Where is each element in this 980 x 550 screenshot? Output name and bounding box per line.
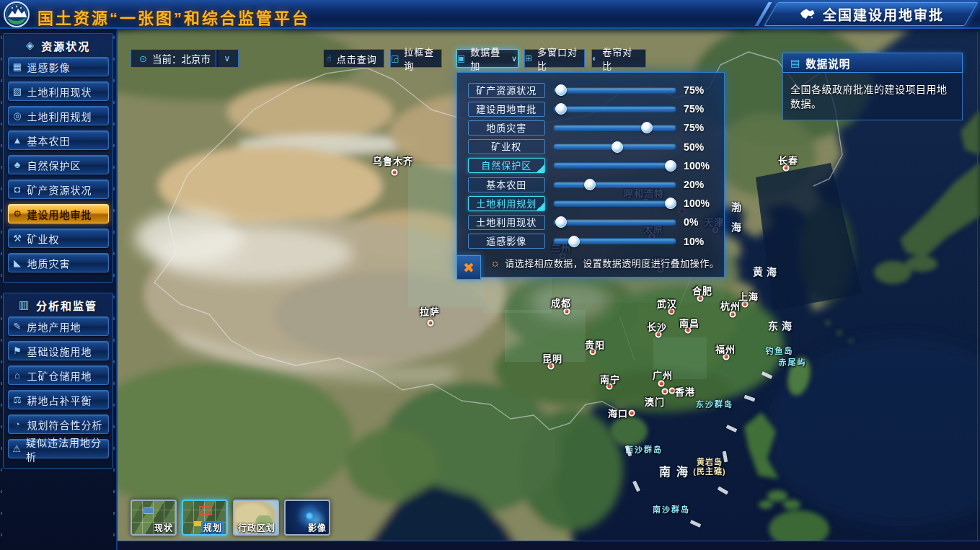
city-label: 拉萨 (420, 304, 440, 318)
sidebar-item[interactable]: ▲ 基本农田 (8, 130, 109, 150)
slider-thumb[interactable] (665, 198, 676, 209)
module-tab[interactable]: 全国建设用地审批 (771, 2, 971, 26)
slider-thumb[interactable] (612, 141, 623, 153)
opacity-slider[interactable] (553, 141, 676, 153)
sidebar-item[interactable]: ▦ 遥感影像 (8, 57, 109, 76)
sidebar-item[interactable]: ◔ 规划符合性分析 (8, 414, 109, 434)
sidebar-item-label: 规划符合性分析 (27, 417, 103, 432)
opacity-slider[interactable] (553, 84, 676, 96)
sidebar-item-label: 建设用地审批 (27, 207, 92, 221)
sidebar-item[interactable]: ◘ 矿产资源状况 (8, 179, 109, 199)
location-pin-icon: ⊙ (139, 53, 147, 64)
layer-toggle-button[interactable]: 矿业权 (468, 139, 545, 154)
sidebar-item[interactable]: ⚑ 基础设施用地 (8, 341, 109, 360)
city-label: 成都 (551, 296, 571, 309)
sea-label: 钓鱼岛 (766, 345, 794, 356)
sea-label: 东海 (768, 318, 795, 332)
sidebar-item[interactable]: ⚖ 耕地占补平衡 (8, 390, 109, 409)
city-marker-icon (730, 311, 736, 318)
slider-thumb[interactable] (555, 103, 567, 115)
sidebar: ◈ 资源状况 ▦ 遥感影像 ▧ 土地利用现状 ◎ 土地利用规划 ▲ (0, 29, 118, 550)
slider-thumb[interactable] (641, 122, 653, 133)
slider-track[interactable] (553, 200, 676, 207)
layer-toggle-button[interactable]: 土地利用现状 (468, 215, 545, 230)
sidebar-item-icon: ⚠ (9, 443, 27, 454)
basemap-thumbnail[interactable]: 规划 (182, 500, 228, 536)
slider-thumb[interactable] (555, 84, 567, 96)
opacity-slider[interactable] (553, 216, 676, 228)
toolbar-button[interactable]: ◐ 卷帘对比 (591, 49, 646, 68)
layer-toggle-button[interactable]: 基本农田 (468, 177, 545, 192)
layer-toggle-button[interactable]: 自然保护区 (468, 158, 545, 173)
dash-mark-icon (726, 425, 738, 433)
slider-thumb[interactable] (665, 160, 676, 172)
sidebar-item-icon: ⚒ (9, 233, 27, 244)
slider-track[interactable] (553, 219, 676, 226)
sidebar-item[interactable]: ▧ 土地利用现状 (8, 81, 109, 101)
opacity-slider[interactable] (553, 236, 676, 247)
city-marker-icon (658, 381, 665, 387)
slider-track[interactable] (553, 182, 676, 188)
sidebar-item-label: 基础设施用地 (27, 344, 92, 358)
slider-track[interactable] (553, 106, 676, 112)
toolbar-button-icon: ⊞ (525, 53, 533, 63)
dash-mark-icon (723, 451, 728, 463)
sidebar-item[interactable]: ◣ 地质灾害 (8, 253, 109, 272)
slider-track[interactable] (553, 162, 676, 169)
opacity-value: 75% (684, 122, 714, 133)
opacity-slider[interactable] (553, 103, 676, 115)
opacity-slider[interactable] (553, 122, 676, 133)
layer-row: 建设用地审批 75% (468, 99, 714, 118)
opacity-slider[interactable] (553, 179, 676, 190)
toolbar-button[interactable]: ◲ 拉框查询 (390, 49, 442, 68)
layer-toggle-button[interactable]: 土地利用规划 (468, 196, 545, 211)
basemap-thumbnail[interactable]: 影像 (284, 500, 330, 536)
region-selector[interactable]: ⊙ 当前：北京市 (131, 49, 219, 68)
city-label: 福州 (715, 342, 736, 355)
city-label: 贵阳 (585, 337, 605, 351)
slider-thumb[interactable] (555, 216, 567, 228)
layer-toggle-button[interactable]: 遥感影像 (468, 234, 545, 249)
sea-label: 渤海 (728, 202, 743, 242)
tip-text: 请选择相应数据，设置数据透明度进行叠加操作。 (505, 256, 719, 270)
sidebar-item[interactable]: ✎ 房地产用地 (8, 316, 109, 336)
sea-label: 南沙群岛 (653, 503, 690, 515)
layer-row: 自然保护区 100% (468, 156, 714, 175)
slider-thumb[interactable] (584, 179, 596, 190)
data-description-panel: ▤ 数据说明 全国各级政府批准的建设项目用地数据。 (782, 53, 963, 120)
sidebar-item-icon: ◘ (9, 184, 27, 195)
toolbar-button-label: 拉框查询 (404, 45, 437, 72)
toolbar-button[interactable]: ▣ 数据叠加 ∨ (456, 49, 518, 68)
opacity-slider[interactable] (553, 160, 676, 172)
layer-toggle-button[interactable]: 建设用地审批 (468, 102, 545, 117)
city-label: 南昌 (679, 316, 699, 329)
sidebar-item-icon: ▧ (9, 86, 27, 97)
opacity-slider[interactable] (553, 198, 676, 209)
city-label: 香港 (675, 384, 695, 398)
slider-track[interactable] (553, 125, 676, 131)
basemap-thumbnail[interactable]: 行政区划 (233, 500, 279, 536)
toolbar-button[interactable]: ⊞ 多窗口对比 (524, 49, 585, 68)
layer-toggle-button[interactable]: 矿产资源状况 (468, 83, 545, 98)
slider-track[interactable] (553, 87, 676, 94)
toolbar-button[interactable]: ☝ 点击查询 (323, 49, 384, 68)
region-dropdown-button[interactable]: ∨ (216, 49, 239, 68)
slider-thumb[interactable] (568, 236, 580, 247)
sidebar-item[interactable]: ⚒ 矿业权 (8, 229, 109, 248)
dash-mark-icon (690, 520, 702, 528)
sidebar-item[interactable]: ⌂ 工矿仓储用地 (8, 365, 109, 385)
sidebar-item[interactable]: ◎ 土地利用规划 (8, 106, 109, 125)
city-label: 杭州 (720, 298, 741, 312)
layer-toggle-button[interactable]: 地质灾害 (468, 120, 545, 136)
sidebar-item-label: 自然保护区 (27, 158, 81, 172)
sidebar-item[interactable]: ⚙ 建设用地审批 (8, 204, 109, 223)
sidebar-item-label: 土地利用现状 (27, 84, 92, 99)
sidebar-item-icon: ▲ (9, 135, 27, 146)
sea-label: 东沙群岛 (696, 398, 733, 409)
basemap-thumbnail[interactable]: 现状 (131, 500, 177, 536)
dash-mark-icon (632, 481, 640, 492)
sidebar-item[interactable]: ⚠ 疑似违法用地分析 (8, 439, 109, 458)
sidebar-item[interactable]: ♣ 自然保护区 (8, 155, 109, 174)
info-panel-header: ▤ 数据说明 (782, 53, 963, 73)
close-panel-button[interactable]: ✖ (456, 255, 481, 280)
